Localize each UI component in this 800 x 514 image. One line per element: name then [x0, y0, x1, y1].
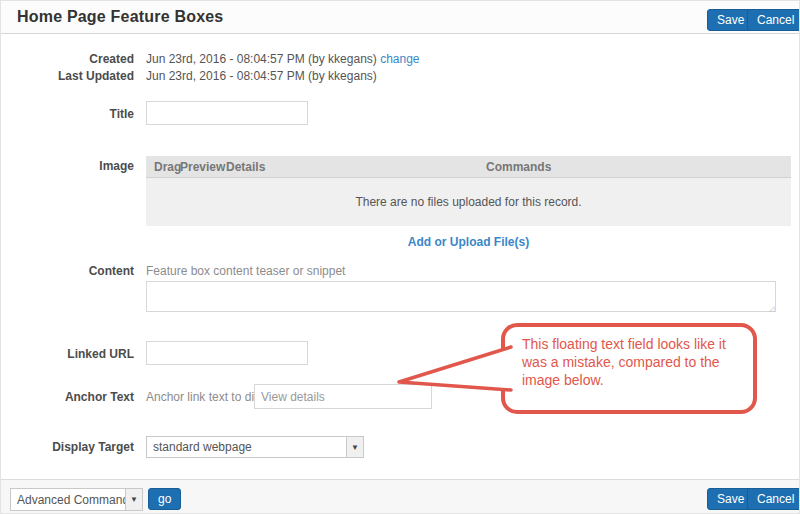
- content-textarea[interactable]: [146, 281, 776, 312]
- cancel-button[interactable]: Cancel: [747, 488, 800, 510]
- cancel-button[interactable]: Cancel: [747, 9, 800, 31]
- add-upload-files-row: Add or Upload File(s): [146, 235, 791, 249]
- title-label: Title: [1, 107, 134, 121]
- advanced-commands-selected-value: Advanced Commands...: [11, 493, 125, 507]
- file-table-header-row: Drag Preview Details Commands: [146, 156, 791, 178]
- created-label: Created: [1, 52, 134, 66]
- page-title: Home Page Feature Boxes: [17, 8, 223, 26]
- linked-url-label: Linked URL: [1, 347, 134, 361]
- column-header-commands: Commands: [486, 160, 551, 174]
- column-header-drag: Drag: [146, 160, 180, 174]
- title-input[interactable]: [146, 101, 308, 125]
- last-updated-value: Jun 23rd, 2016 - 08:04:57 PM (by kkegans…: [146, 69, 377, 83]
- advanced-commands-select[interactable]: Advanced Commands... ▼: [10, 488, 143, 511]
- go-button[interactable]: go: [148, 488, 181, 510]
- dropdown-arrow-icon[interactable]: ▼: [346, 437, 363, 457]
- linked-url-input[interactable]: [146, 341, 308, 365]
- created-timestamp: Jun 23rd, 2016 - 08:04:57 PM (by kkegans…: [146, 52, 377, 66]
- file-table-empty-message: There are no files uploaded for this rec…: [146, 178, 791, 226]
- last-updated-label: Last Updated: [1, 69, 134, 83]
- display-target-label: Display Target: [1, 440, 134, 454]
- content-label: Content: [1, 264, 134, 278]
- dropdown-arrow-icon[interactable]: ▼: [125, 489, 142, 510]
- content-hint: Feature box content teaser or snippet: [146, 264, 345, 278]
- annotation-callout-tail: [391, 336, 517, 398]
- column-header-preview: Preview: [180, 160, 226, 174]
- footer-bar: Advanced Commands... ▼ go Save Cancel: [1, 479, 799, 514]
- resize-handle-icon[interactable]: ◿: [769, 305, 776, 312]
- anchor-text-label: Anchor Text: [1, 390, 134, 404]
- add-upload-files-link[interactable]: Add or Upload File(s): [408, 235, 529, 249]
- display-target-select[interactable]: standard webpage ▼: [146, 436, 364, 458]
- display-target-selected-value: standard webpage: [147, 440, 346, 454]
- page-header: Home Page Feature Boxes Save Cancel: [1, 1, 799, 34]
- change-link[interactable]: change: [380, 52, 419, 66]
- file-upload-table: Drag Preview Details Commands There are …: [146, 156, 791, 226]
- created-value: Jun 23rd, 2016 - 08:04:57 PM (by kkegans…: [146, 52, 420, 66]
- annotation-callout-text: This floating text field looks like it w…: [522, 335, 746, 389]
- record-edit-page: Home Page Feature Boxes Save Cancel Crea…: [0, 0, 800, 514]
- image-label: Image: [1, 159, 134, 173]
- column-header-details: Details: [226, 160, 486, 174]
